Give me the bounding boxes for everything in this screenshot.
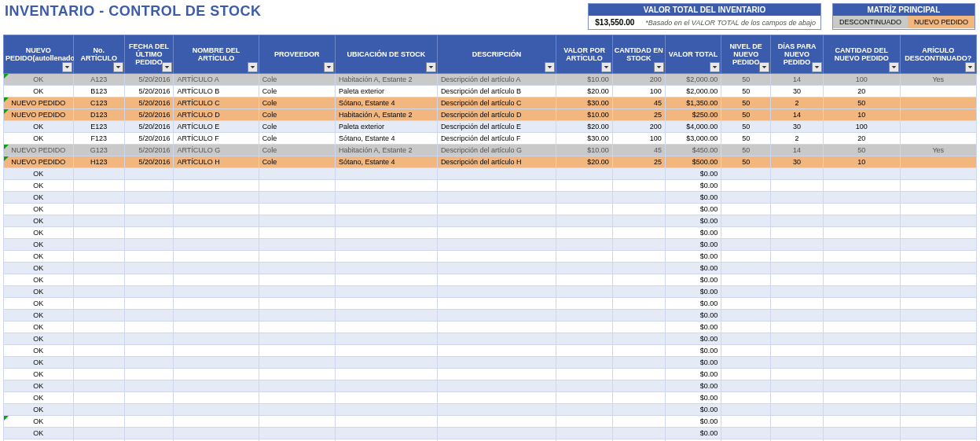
cell[interactable] (336, 345, 438, 357)
cell[interactable]: OK (4, 428, 74, 439)
cell[interactable] (73, 345, 124, 357)
cell[interactable] (824, 404, 900, 416)
cell[interactable] (900, 369, 976, 380)
filter-button[interactable] (812, 62, 822, 72)
cell[interactable]: 25 (612, 109, 665, 121)
cell[interactable] (73, 310, 124, 322)
cell[interactable] (124, 239, 174, 251)
cell[interactable] (174, 192, 259, 204)
cell[interactable] (612, 333, 665, 345)
cell[interactable] (73, 322, 124, 333)
cell[interactable] (612, 227, 665, 239)
cell[interactable] (721, 357, 771, 369)
cell[interactable] (900, 392, 976, 404)
cell[interactable]: 5/20/2016 (124, 133, 174, 145)
cell[interactable] (73, 333, 124, 345)
cell[interactable]: $0.00 (665, 215, 721, 227)
cell[interactable] (824, 168, 900, 180)
cell[interactable]: OK (4, 322, 74, 333)
cell[interactable] (612, 180, 665, 192)
cell[interactable]: OK (4, 215, 74, 227)
cell[interactable] (771, 274, 824, 286)
cell[interactable]: Sótano, Estante 4 (336, 97, 438, 109)
cell[interactable] (900, 97, 976, 109)
cell[interactable] (771, 215, 824, 227)
cell[interactable] (336, 192, 438, 204)
cell[interactable]: $30.00 (556, 97, 612, 109)
cell[interactable]: OK (4, 133, 74, 145)
cell[interactable]: $30.00 (556, 133, 612, 145)
cell[interactable] (336, 274, 438, 286)
cell[interactable] (174, 251, 259, 263)
cell[interactable]: $0.00 (665, 298, 721, 310)
cell[interactable]: 14 (771, 145, 824, 156)
cell[interactable]: OK (4, 333, 74, 345)
cell[interactable] (900, 274, 976, 286)
cell[interactable] (612, 239, 665, 251)
cell[interactable]: Cole (259, 109, 335, 121)
cell[interactable]: $10.00 (556, 145, 612, 156)
cell[interactable] (73, 392, 124, 404)
cell[interactable] (556, 180, 612, 192)
cell[interactable] (336, 286, 438, 298)
cell[interactable] (174, 369, 259, 380)
cell[interactable] (259, 380, 335, 392)
cell[interactable] (556, 192, 612, 204)
cell[interactable]: $250.00 (665, 109, 721, 121)
cell[interactable] (900, 333, 976, 345)
cell[interactable] (721, 239, 771, 251)
filter-button[interactable] (601, 62, 611, 72)
cell[interactable]: $0.00 (665, 227, 721, 239)
cell[interactable]: $1,350.00 (665, 97, 721, 109)
cell[interactable]: $450.00 (665, 145, 721, 156)
cell[interactable] (824, 345, 900, 357)
cell[interactable]: 45 (612, 97, 665, 109)
cell[interactable] (124, 180, 174, 192)
cell[interactable] (824, 239, 900, 251)
cell[interactable] (721, 286, 771, 298)
cell[interactable]: 30 (771, 156, 824, 168)
cell[interactable] (124, 369, 174, 380)
cell[interactable]: 25 (612, 156, 665, 168)
cell[interactable] (336, 428, 438, 439)
cell[interactable]: $20.00 (556, 156, 612, 168)
cell[interactable] (612, 215, 665, 227)
cell[interactable] (124, 263, 174, 274)
cell[interactable] (612, 380, 665, 392)
cell[interactable] (73, 251, 124, 263)
cell[interactable] (721, 416, 771, 428)
cell[interactable]: 10 (824, 109, 900, 121)
cell[interactable] (437, 428, 556, 439)
filter-button[interactable] (162, 62, 172, 72)
cell[interactable] (437, 263, 556, 274)
cell[interactable] (771, 251, 824, 263)
cell[interactable] (721, 310, 771, 322)
cell[interactable] (556, 286, 612, 298)
cell[interactable]: $0.00 (665, 357, 721, 369)
cell[interactable] (556, 404, 612, 416)
cell[interactable] (612, 204, 665, 215)
cell[interactable] (721, 168, 771, 180)
cell[interactable] (259, 192, 335, 204)
cell[interactable] (900, 404, 976, 416)
cell[interactable] (824, 357, 900, 369)
cell[interactable]: NUEVO PEDIDO (4, 145, 74, 156)
cell[interactable]: OK (4, 239, 74, 251)
cell[interactable]: Paleta exterior (336, 86, 438, 97)
cell[interactable] (771, 239, 824, 251)
cell[interactable] (824, 263, 900, 274)
cell[interactable] (612, 357, 665, 369)
cell[interactable]: $0.00 (665, 369, 721, 380)
cell[interactable] (124, 357, 174, 369)
cell[interactable] (900, 286, 976, 298)
cell[interactable] (771, 227, 824, 239)
cell[interactable]: 50 (721, 97, 771, 109)
cell[interactable] (174, 416, 259, 428)
cell[interactable]: $0.00 (665, 345, 721, 357)
cell[interactable] (437, 180, 556, 192)
cell[interactable]: $2,000.00 (665, 86, 721, 97)
cell[interactable]: $0.00 (665, 286, 721, 298)
cell[interactable] (824, 416, 900, 428)
cell[interactable] (900, 380, 976, 392)
cell[interactable]: $0.00 (665, 416, 721, 428)
